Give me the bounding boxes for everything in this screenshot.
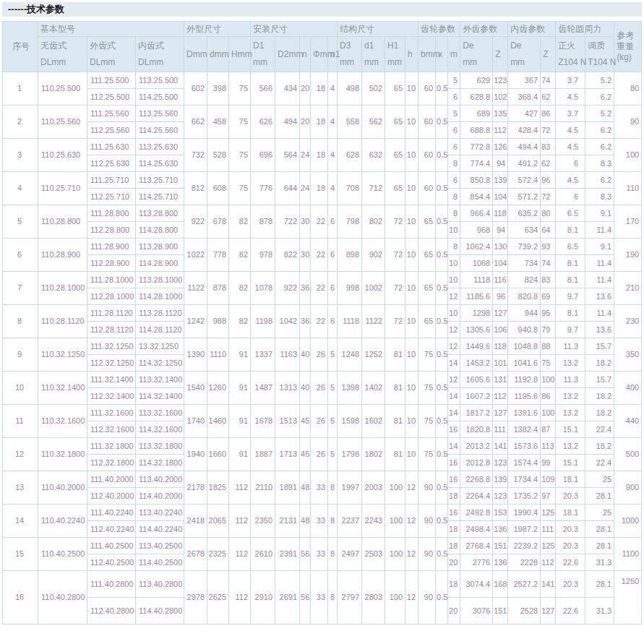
cell-de-ext: 1305.6 [460,322,493,338]
cell-m: 10 [448,305,460,322]
cell-model-plain: 110.40.2240 [38,505,87,538]
cell-z-int: 86 [541,388,556,405]
cell-D1: 2110 [251,471,275,505]
cell-h: 10 [405,405,418,438]
cell-z-ext: 139 [493,471,508,488]
cell-d1: 802 [362,205,385,239]
cell-D: 662 [184,106,207,139]
cell-d1: 2243 [362,505,385,538]
cell-m: 8 [448,205,460,222]
col-header-h: h [405,37,418,72]
cell-D2: 1713 [275,438,300,471]
cell-H: 91 [229,372,251,405]
cell-n1: 8 [328,538,338,571]
cell-m: 8 [448,239,460,255]
cell-force-tempered: 22.4 [585,455,614,471]
cell-n1: 5 [328,438,338,471]
col-header-H: Hmm [229,37,251,72]
cell-model-plain: 110.32.1400 [38,372,87,405]
cell-x: 0.5 [436,538,448,571]
cell-H1: 65 [385,72,405,106]
cell-x: 0.5 [436,272,448,305]
col-header-d: dmm [207,37,229,72]
cell-de-int: 1382.4 [508,421,541,438]
cell-D1: 878 [251,205,275,239]
page: ------技术参数 序号基本型号外型尺寸安装尺寸结构尺寸齿轮参数外齿参数内齿参… [2,0,642,624]
cell-D2: 1042 [275,305,300,338]
col-header-weight: 参考重量(kg) [614,22,642,72]
group-header-external-gear-params: 外齿参数 [460,22,508,37]
cell-n: 20 [300,72,311,106]
cell-z-int: 72 [541,189,556,205]
cell-D: 732 [184,139,207,172]
cell-m: 14 [448,438,460,455]
cell-de-ext: 2268.8 [460,471,493,488]
cell-h: 10 [405,372,418,405]
cell-D: 2978 [184,571,207,624]
cell-D: 2418 [184,505,207,538]
cell-m: 5 [448,106,460,122]
cell-de-ext: 1185.6 [460,288,493,305]
cell-force-normalized: 22.6 [556,598,585,624]
cell-de-ext: 2012.8 [460,455,493,471]
cell-weight: 500 [614,438,642,471]
cell-x: 0.5 [436,372,448,405]
cell-force-tempered: 6.2 [585,122,614,139]
cell-D: 1940 [184,438,207,471]
table-row: 13110.40.2000111.40.2000113.40.200021781… [3,471,642,488]
cell-phi: 18 [311,72,328,106]
cell-x: 0.5 [436,305,448,338]
cell-z-int: 96 [541,172,556,189]
cell-n: 30 [300,205,311,239]
cell-b: 90 [418,538,436,571]
cell-H: 75 [229,72,251,106]
cell-b: 90 [418,471,436,505]
cell-D1: 776 [251,172,275,205]
table-row: 6110.28.900111.28.900113.28.900102277882… [3,239,642,255]
cell-de-int: 491.2 [508,155,541,172]
cell-D: 1242 [184,305,207,338]
cell-de-int: 2528 [508,598,541,624]
cell-force-tempered: 18.2 [585,405,614,421]
cell-H1: 81 [385,405,405,438]
cell-m: 5 [448,72,460,89]
cell-n1: 8 [328,571,338,624]
cell-D3: 1398 [338,372,362,405]
cell-serial: 12 [3,438,38,471]
cell-n: 56 [300,538,311,571]
cell-phi: 18 [311,106,328,139]
cell-model-internal: 114.28.900 [136,255,184,272]
cell-de-int: 2527.2 [508,571,541,598]
cell-m: 10 [448,272,460,288]
cell-H1: 72 [385,205,405,239]
cell-model-external: 111.28.1000 [87,272,136,288]
cell-de-int: 739.2 [508,239,541,255]
cell-de-ext: 1607.2 [460,388,493,405]
cell-z-ext: 131 [493,372,508,388]
cell-D2: 2691 [275,571,300,624]
cell-D3: 2237 [338,505,362,538]
cell-h: 10 [405,338,418,372]
cell-force-tempered: 8.3 [585,155,614,172]
cell-model-internal: 13.32.1250 [136,338,184,355]
cell-H: 82 [229,205,251,239]
cell-n1: 4 [328,139,338,172]
cell-serial: 4 [3,172,38,205]
cell-de-ext: 854.4 [460,189,493,205]
cell-model-internal: 113.28.900 [136,239,184,255]
cell-force-tempered: 25 [585,471,614,488]
cell-D1: 696 [251,139,275,172]
cell-z-ext: 106 [493,322,508,338]
cell-de-int: 1734.4 [508,471,541,488]
cell-b: 60 [418,172,436,205]
col-header-phi: Φmm [311,37,328,72]
cell-d: 398 [207,72,229,106]
cell-z-ext: 136 [493,521,508,538]
cell-z-ext: 101 [493,355,508,372]
cell-force-normalized: 18.1 [556,471,585,488]
cell-z-ext: 141 [493,438,508,455]
cell-model-internal: 113.32.1800 [136,438,184,455]
cell-D3: 1598 [338,405,362,438]
cell-model-internal: 113.40.2800 [136,571,184,598]
cell-de-int: 368.4 [508,89,541,106]
